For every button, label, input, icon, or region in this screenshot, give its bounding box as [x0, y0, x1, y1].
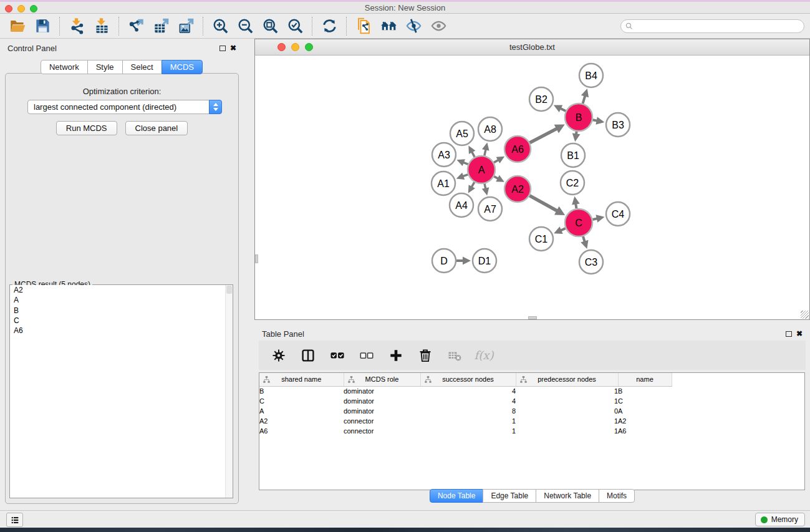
column-header-predecessor-nodes[interactable]: predecessor nodes — [516, 373, 618, 386]
edge-B-B1[interactable] — [572, 132, 581, 142]
node-C3[interactable]: C3 — [579, 250, 603, 274]
node-C4[interactable]: C4 — [606, 202, 630, 226]
result-item-a2[interactable]: A2 — [10, 285, 233, 295]
import-network-button[interactable] — [64, 16, 89, 37]
cell[interactable]: A2 — [618, 416, 672, 426]
task-history-button[interactable] — [6, 513, 23, 527]
cell[interactable]: 1 — [420, 416, 516, 426]
cell[interactable]: 1 — [516, 396, 618, 406]
cell[interactable]: 4 — [420, 386, 516, 396]
cell[interactable]: B — [259, 386, 344, 396]
node-B[interactable]: B — [565, 104, 592, 131]
node-A6[interactable]: A6 — [504, 136, 531, 162]
search-input[interactable] — [620, 19, 804, 33]
table-panel-close-icon[interactable]: ✖ — [796, 329, 803, 338]
import-table-button[interactable] — [89, 16, 114, 37]
node-A4[interactable]: A4 — [450, 193, 473, 217]
node-A5[interactable]: A5 — [450, 122, 474, 145]
zoom-out-button[interactable] — [233, 16, 258, 37]
delete-column-button[interactable] — [413, 345, 438, 366]
node-B1[interactable]: B1 — [561, 143, 585, 167]
function-builder-button[interactable]: f(x) — [471, 345, 496, 366]
column-header-shared-name[interactable]: shared name — [259, 373, 344, 386]
delete-table-button[interactable] — [442, 345, 467, 366]
cell[interactable]: A — [259, 406, 344, 416]
edge-A2-C[interactable] — [529, 196, 565, 215]
result-item-c[interactable]: C — [10, 316, 233, 326]
mcds-result-scrollbar[interactable] — [225, 285, 233, 498]
save-session-button[interactable] — [30, 16, 55, 37]
cell[interactable]: 4 — [420, 396, 516, 406]
open-file-button[interactable] — [5, 16, 30, 37]
refresh-button[interactable] — [317, 16, 342, 37]
node-A2[interactable]: A2 — [504, 176, 531, 202]
node-B2[interactable]: B2 — [529, 87, 553, 111]
tab-mcds[interactable]: MCDS — [162, 60, 203, 74]
hide-style-button[interactable] — [401, 16, 426, 37]
edge-C-C2[interactable] — [572, 196, 580, 209]
tab-network[interactable]: Network — [41, 60, 88, 74]
node-D[interactable]: D — [432, 249, 456, 273]
node-D1[interactable]: D1 — [473, 249, 496, 273]
resize-grip-icon[interactable] — [801, 311, 809, 319]
cell[interactable]: B — [618, 386, 672, 396]
cell[interactable]: 1 — [516, 416, 618, 426]
edge-C-C4[interactable] — [592, 215, 604, 222]
export-image-button[interactable] — [173, 16, 198, 37]
scrollbar-thumb[interactable] — [226, 286, 232, 294]
edge-A-A4[interactable] — [468, 182, 475, 193]
result-item-a[interactable]: A — [10, 295, 233, 305]
edge-D-D1[interactable] — [456, 257, 471, 265]
vertical-scrollbar-nub[interactable] — [255, 254, 258, 263]
network-canvas[interactable]: AA1A2A3A4A5A6A7A8BB1B2B3B4CC1C2C3C4DD1 — [255, 56, 809, 319]
edge-B-B4[interactable] — [581, 89, 589, 104]
tab-style[interactable]: Style — [87, 60, 123, 74]
table-row[interactable]: Adominator80A — [259, 406, 804, 416]
edge-C-C3[interactable] — [581, 236, 588, 249]
cell[interactable]: connector — [344, 416, 420, 426]
cell[interactable]: connector — [344, 426, 420, 436]
tab-select[interactable]: Select — [122, 60, 162, 74]
edge-A-A7[interactable] — [482, 183, 489, 195]
column-header-successor-nodes[interactable]: successor nodes — [420, 373, 516, 386]
cell[interactable]: A6 — [618, 426, 672, 436]
home-button[interactable] — [376, 16, 401, 37]
node-C1[interactable]: C1 — [529, 227, 553, 251]
edge-B-B2[interactable] — [554, 105, 566, 112]
table-row[interactable]: Cdominator41C — [259, 396, 804, 406]
node-C[interactable]: C — [565, 209, 592, 236]
export-network-button[interactable] — [123, 16, 148, 37]
export-table-button[interactable] — [148, 16, 173, 37]
node-A7[interactable]: A7 — [478, 197, 502, 221]
dropdown-spinner[interactable] — [209, 100, 222, 114]
node-B3[interactable]: B3 — [606, 113, 630, 137]
zoom-selected-button[interactable] — [282, 16, 307, 37]
node-C2[interactable]: C2 — [561, 171, 584, 195]
zoom-in-button[interactable] — [208, 16, 233, 37]
edge-A-A8[interactable] — [482, 143, 489, 156]
node-B4[interactable]: B4 — [579, 64, 603, 87]
edge-A-A6[interactable] — [494, 157, 504, 163]
cell[interactable]: 1 — [516, 426, 618, 436]
run-mcds-button[interactable]: Run MCDS — [56, 121, 117, 135]
optimization-criterion-dropdown[interactable]: largest connected component (directed) — [27, 100, 222, 114]
cell[interactable]: 0 — [516, 406, 618, 416]
column-header-name[interactable]: name — [618, 373, 672, 386]
control-panel-close-icon[interactable]: ✖ — [230, 44, 236, 52]
show-style-button[interactable] — [426, 16, 451, 37]
columns-button[interactable] — [296, 345, 321, 366]
node-A8[interactable]: A8 — [478, 117, 502, 141]
edge-A6-B[interactable] — [530, 125, 565, 143]
table-row[interactable]: A6connector11A6 — [259, 426, 804, 436]
deselect-all-button[interactable] — [354, 345, 379, 366]
table-tab-edge-table[interactable]: Edge Table — [483, 489, 536, 503]
cell[interactable]: C — [259, 396, 344, 406]
result-item-b[interactable]: B — [10, 306, 233, 316]
cell[interactable]: A2 — [259, 416, 344, 426]
cell[interactable]: 8 — [420, 406, 516, 416]
network-window-titlebar[interactable]: testGlobe.txt — [255, 39, 809, 56]
cell[interactable]: dominator — [344, 406, 420, 416]
new-network-from-file-button[interactable] — [351, 16, 376, 37]
table-tab-node-table[interactable]: Node Table — [430, 489, 484, 503]
node-A3[interactable]: A3 — [432, 143, 456, 167]
